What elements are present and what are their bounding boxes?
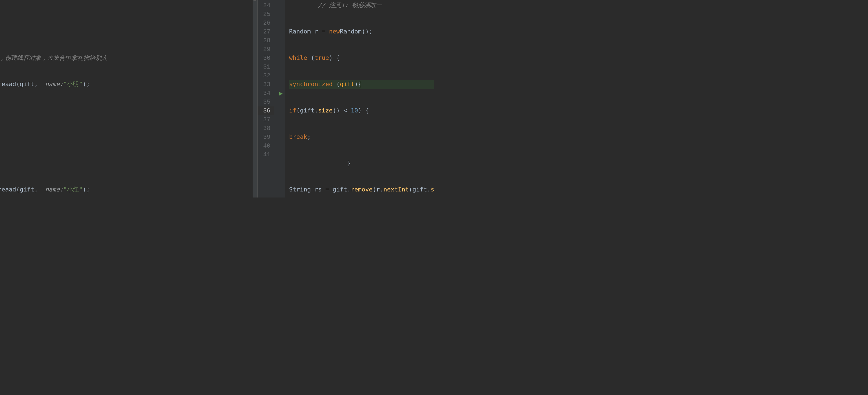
rgm29: [277, 45, 285, 54]
rln28: 28: [257, 36, 274, 45]
rcode-line-20: // 注意1: 锁必须唯一: [289, 1, 434, 10]
rln35: 35: [257, 97, 274, 107]
rgm34: ▶: [277, 89, 285, 97]
rln37: 37: [257, 115, 274, 124]
rcode-line-24: if(gift.size() < 10) {: [289, 107, 434, 115]
code-line-20: [0, 27, 248, 36]
rln29: 29: [257, 45, 274, 54]
code-line-26: SendThreaad xh = new SendThreaad(gift, n…: [0, 186, 248, 194]
code-line-25: [0, 159, 248, 168]
rgm36: [277, 107, 285, 115]
line-numbers-right: 19 20 21 22 23 24 25 26 27 28 29 30 31 3…: [257, 0, 277, 198]
rln39: 39: [257, 133, 274, 142]
code-line-22: SendThreaad xm = new SendThreaad(gift, n…: [0, 80, 248, 89]
rgm31: [277, 62, 285, 71]
code-line-19: System.out.println(gift);: [0, 1, 248, 10]
rcode-line-25: break;: [289, 133, 434, 142]
rcode-line-21: Random r = new Random();: [289, 27, 434, 36]
rln25: 25: [257, 10, 274, 19]
rln38: 38: [257, 124, 274, 133]
rgm30: [277, 54, 285, 62]
rcode-line-23: synchronized (gift){: [289, 80, 434, 89]
editor-content-left: 18 19 20 21 22 23 24 25 26 27 28 29 30 3…: [0, 0, 257, 198]
code-line-21: // 2. 定义线程类，创建线程对象，去集合中拿礼物给别人: [0, 54, 248, 62]
rgm33: [277, 80, 285, 89]
rln31: 31: [257, 62, 274, 71]
code-line-24: [0, 133, 248, 142]
rgm35: [277, 97, 285, 107]
rgm40: [277, 142, 285, 150]
editor-content-right: 19 20 21 22 23 24 25 26 27 28 29 30 31 3…: [257, 0, 434, 198]
editor-pane-right: ☕ SendThreaad.java ✕ 19 20 21 22 23 24 2…: [257, 0, 434, 198]
rln34: 34: [257, 89, 274, 97]
rgm26: [277, 19, 285, 27]
rgm37: [277, 115, 285, 124]
rln40: 40: [257, 142, 274, 150]
rcode-line-27: String rs = gift.remove(r.nextInt(gift.s…: [289, 186, 434, 194]
rln30: 30: [257, 54, 274, 62]
code-line-23: xm.start();: [0, 107, 248, 115]
rln41: 41: [257, 150, 274, 159]
rgm32: [277, 71, 285, 80]
run-mark-34[interactable]: ▶: [279, 89, 283, 97]
rgm24: [277, 1, 285, 10]
rln32: 32: [257, 71, 274, 80]
rln24: 24: [257, 1, 274, 10]
rgm27: [277, 27, 285, 36]
gutter-marks-right: ▶: [277, 0, 285, 198]
editor-pane-left: ☕ Demo1.java ✕ 18 19 20 21 22 23 24: [0, 0, 257, 198]
scrollbar-left[interactable]: [252, 0, 257, 198]
code-area-left[interactable]: } System.out.println(gift); // 2. 定义线程类，…: [0, 0, 252, 198]
rcode-line-22: while (true) {: [289, 54, 434, 62]
rgm39: [277, 133, 285, 142]
rln27: 27: [257, 27, 274, 36]
rcode-line-26: }: [289, 159, 434, 168]
rln36: 36: [257, 107, 274, 115]
rgm25: [277, 10, 285, 19]
rln33: 33: [257, 80, 274, 89]
rgm38: [277, 124, 285, 133]
editors-area: ☕ Demo1.java ✕ 18 19 20 21 22 23 24: [0, 0, 434, 198]
rln26: 26: [257, 19, 274, 27]
rgm41: [277, 150, 285, 159]
code-area-right[interactable]: // 实现线程安全问题， // 注意1: 锁必须唯一 Random r = ne…: [285, 0, 434, 198]
scroll-thumb-left[interactable]: [253, 0, 256, 1]
rgm28: [277, 36, 285, 45]
